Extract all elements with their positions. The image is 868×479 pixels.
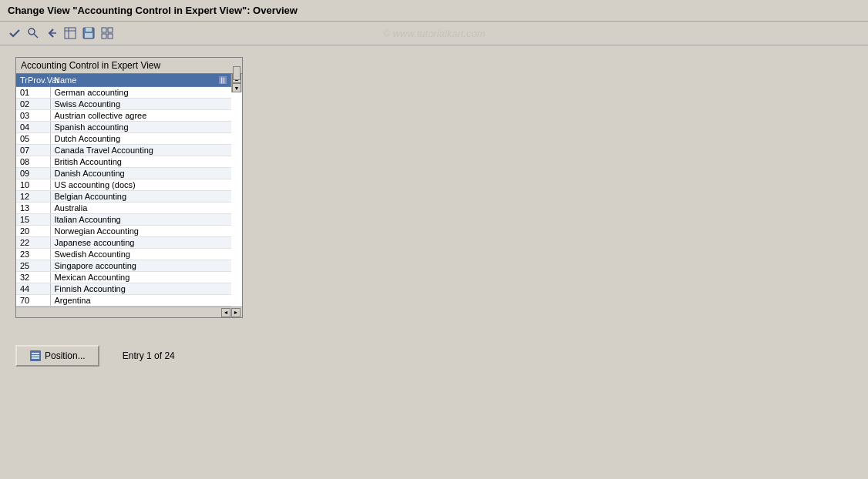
cell-id: 22	[16, 237, 50, 249]
table-data-area: TrProv.Var Name 01 German accounting 02	[16, 74, 231, 306]
svg-rect-7	[86, 28, 92, 32]
table-row[interactable]: 70 Argentina	[16, 295, 231, 306]
cell-name: Finnish Accounting	[50, 283, 231, 295]
svg-rect-3	[65, 28, 76, 39]
svg-line-1	[34, 34, 38, 38]
cell-name: Australia	[50, 203, 231, 214]
cell-id: 44	[16, 283, 50, 295]
check-icon[interactable]	[6, 25, 23, 42]
position-button[interactable]: Position...	[15, 345, 99, 367]
cell-id: 03	[16, 110, 50, 122]
horizontal-scroll-area: ◄ ►	[16, 306, 242, 317]
table-row[interactable]: 02 Swiss Accounting	[16, 99, 231, 110]
table-row[interactable]: 03 Austrian collective agree	[16, 110, 231, 122]
svg-rect-11	[102, 34, 106, 39]
save-icon[interactable]	[80, 25, 97, 42]
column-headers: TrProv.Var Name	[16, 74, 231, 87]
svg-rect-12	[108, 34, 113, 39]
cell-id: 09	[16, 168, 50, 179]
back-icon[interactable]	[43, 25, 60, 42]
position-icon	[29, 350, 42, 362]
table-row[interactable]: 32 Mexican Accounting	[16, 272, 231, 283]
bottom-area: Position... Entry 1 of 24	[0, 330, 868, 382]
svg-point-0	[29, 28, 35, 35]
cell-id: 04	[16, 122, 50, 133]
col-header-name: Name	[50, 74, 231, 86]
cell-name: Singapore accounting	[50, 260, 231, 272]
data-table: 01 German accounting 02 Swiss Accounting…	[16, 87, 231, 306]
toolbar: © www.tutorialkart.com	[0, 22, 868, 45]
col-resize-icon[interactable]	[219, 76, 227, 84]
table-row[interactable]: 12 Belgian Accounting	[16, 191, 231, 203]
table-row[interactable]: 20 Norwegian Accounting	[16, 226, 231, 237]
scroll-right-button[interactable]: ►	[231, 308, 241, 317]
table-row[interactable]: 15 Italian Accounting	[16, 214, 231, 226]
scroll-left-button[interactable]: ◄	[221, 308, 230, 317]
table-row[interactable]: 01 German accounting	[16, 87, 231, 99]
cell-id: 05	[16, 133, 50, 145]
cell-name: Belgian Accounting	[50, 191, 231, 203]
table-row[interactable]: 25 Singapore accounting	[16, 260, 231, 272]
main-area: Accounting Control in Expert View TrProv…	[0, 45, 868, 330]
cell-name: Argentina	[50, 295, 231, 306]
cell-name: German accounting	[50, 87, 231, 99]
cell-name: Swedish Accounting	[50, 249, 231, 260]
scroll-thumb[interactable]	[233, 66, 241, 80]
table-row[interactable]: 09 Danish Accounting	[16, 168, 231, 179]
cell-name: Swiss Accounting	[50, 99, 231, 110]
table-row[interactable]: 44 Finnish Accounting	[16, 283, 231, 295]
cell-id: 02	[16, 99, 50, 110]
col-header-trprov: TrProv.Var	[16, 74, 50, 86]
data-table-container: Accounting Control in Expert View TrProv…	[15, 57, 243, 318]
cell-name: Austrian collective agree	[50, 110, 231, 122]
table-small-icon[interactable]	[62, 25, 79, 42]
cell-id: 70	[16, 295, 50, 306]
cell-id: 08	[16, 156, 50, 168]
vertical-scrollbar[interactable]: ▲ ▼	[231, 74, 242, 92]
find-icon[interactable]	[25, 25, 42, 42]
cell-id: 13	[16, 203, 50, 214]
table-row[interactable]: 13 Australia	[16, 203, 231, 214]
cell-name: US accounting (docs)	[50, 179, 231, 191]
cell-name: Mexican Accounting	[50, 272, 231, 283]
cell-id: 15	[16, 214, 50, 226]
table-row[interactable]: 04 Spanish accounting	[16, 122, 231, 133]
table-row[interactable]: 23 Swedish Accounting	[16, 249, 231, 260]
config-icon[interactable]	[99, 25, 116, 42]
position-button-label: Position...	[45, 350, 86, 361]
title-text: Change View "Accounting Control in Exper…	[8, 5, 298, 16]
table-row[interactable]: 10 US accounting (docs)	[16, 179, 231, 191]
watermark-text: © www.tutorialkart.com	[382, 28, 485, 39]
cell-name: Danish Accounting	[50, 168, 231, 179]
window-title: Change View "Accounting Control in Exper…	[0, 0, 868, 22]
entry-info: Entry 1 of 24	[123, 350, 175, 361]
svg-rect-8	[85, 33, 93, 38]
table-header-title: Accounting Control in Expert View	[16, 58, 242, 74]
table-row[interactable]: 22 Japanese accounting	[16, 237, 231, 249]
cell-id: 07	[16, 145, 50, 156]
cell-id: 10	[16, 179, 50, 191]
cell-id: 32	[16, 272, 50, 283]
table-row[interactable]: 05 Dutch Accounting	[16, 133, 231, 145]
svg-rect-10	[108, 28, 113, 32]
cell-name: British Accounting	[50, 156, 231, 168]
table-row[interactable]: 08 British Accounting	[16, 156, 231, 168]
cell-name: Norwegian Accounting	[50, 226, 231, 237]
cell-id: 01	[16, 87, 50, 99]
cell-id: 20	[16, 226, 50, 237]
table-row[interactable]: 07 Canada Travel Accounting	[16, 145, 231, 156]
table-with-scrollbar: TrProv.Var Name 01 German accounting 02	[16, 74, 242, 306]
cell-id: 12	[16, 191, 50, 203]
cell-name: Spanish accounting	[50, 122, 231, 133]
cell-id: 23	[16, 249, 50, 260]
cell-name: Canada Travel Accounting	[50, 145, 231, 156]
svg-rect-13	[220, 77, 226, 83]
svg-rect-9	[102, 28, 106, 32]
cell-id: 25	[16, 260, 50, 272]
cell-name: Italian Accounting	[50, 214, 231, 226]
cell-name: Dutch Accounting	[50, 133, 231, 145]
scroll-down-button[interactable]: ▼	[232, 83, 241, 92]
cell-name: Japanese accounting	[50, 237, 231, 249]
